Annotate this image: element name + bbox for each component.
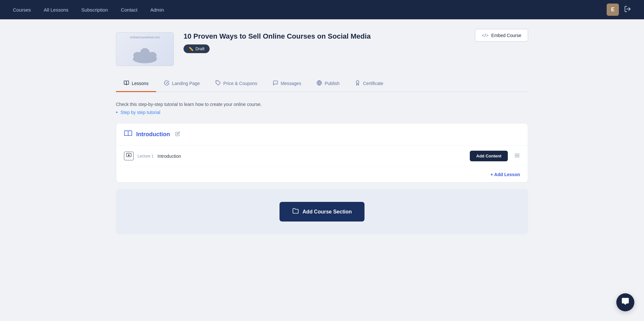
embed-code-icon: </>: [482, 33, 489, 38]
thumbnail-logo: OnlineCourseHost.com: [130, 36, 160, 39]
section-card: Introduction Lecture 1 Introduction Add …: [116, 123, 528, 183]
draft-badge: ✏️ Draft: [184, 44, 210, 53]
section-header: Introduction: [116, 123, 528, 146]
add-lesson-row: + Add Lesson: [116, 167, 528, 182]
add-section-label: Add Course Section: [303, 209, 352, 215]
chat-bubble-button[interactable]: [616, 293, 634, 311]
tab-lessons-label: Lessons: [132, 81, 148, 86]
draft-pencil-icon: ✏️: [189, 47, 194, 51]
add-course-section-button[interactable]: Add Course Section: [279, 202, 365, 222]
svg-point-4: [140, 48, 150, 58]
tab-certificate-label: Certificate: [363, 81, 383, 86]
svg-point-8: [146, 60, 148, 62]
tab-landing-page[interactable]: Landing Page: [156, 76, 207, 92]
nav-subscription[interactable]: Subscription: [81, 7, 108, 13]
lesson-name: Introduction: [157, 154, 466, 159]
edit-section-icon[interactable]: [175, 131, 180, 137]
chat-bubble-icon: [621, 297, 630, 307]
tab-price-label: Price & Coupons: [223, 81, 257, 86]
course-title: 10 Proven Ways to Sell Online Courses on…: [184, 32, 371, 41]
lesson-menu-icon[interactable]: [514, 153, 520, 160]
avatar[interactable]: E: [607, 4, 619, 16]
nav-contact[interactable]: Contact: [121, 7, 137, 13]
landing-tab-icon: [164, 80, 169, 87]
folder-icon: [292, 208, 299, 216]
tab-landing-label: Landing Page: [172, 81, 200, 86]
tab-publish[interactable]: Publish: [309, 76, 347, 92]
course-header: OnlineCourseHost.com 10 Proven Ways to S…: [116, 32, 528, 66]
nav-right: E: [607, 4, 631, 16]
svg-point-5: [138, 57, 142, 60]
nav-courses[interactable]: Courses: [13, 7, 31, 13]
bullet-icon: •: [116, 109, 118, 115]
video-play-icon: [124, 152, 134, 160]
add-section-area: Add Course Section: [116, 189, 528, 234]
embed-course-button[interactable]: </> Embed Course: [475, 29, 528, 42]
svg-point-6: [148, 57, 152, 60]
nav-links: Courses All Lessons Subscription Contact…: [13, 7, 607, 13]
add-lesson-button[interactable]: + Add Lesson: [490, 172, 520, 177]
course-thumbnail: OnlineCourseHost.com: [116, 32, 174, 66]
add-content-button[interactable]: Add Content: [470, 151, 508, 161]
svg-point-7: [142, 60, 145, 62]
tutorial-link[interactable]: Step by step tutorial: [120, 110, 160, 115]
course-info: 10 Proven Ways to Sell Online Courses on…: [184, 32, 528, 53]
tab-messages[interactable]: Messages: [265, 76, 309, 92]
section-title: Introduction: [136, 131, 170, 138]
info-box: Check this step-by-step tutorial to lear…: [116, 102, 528, 115]
tabs-bar: Lessons Landing Page Price & Coupons Mes…: [116, 76, 528, 92]
tab-certificate[interactable]: Certificate: [347, 76, 391, 92]
price-tab-icon: [215, 80, 221, 87]
tab-price-coupons[interactable]: Price & Coupons: [208, 76, 265, 92]
svg-marker-15: [128, 155, 130, 156]
logout-icon[interactable]: [624, 5, 631, 14]
lesson-row: Lecture 1 Introduction Add Content: [116, 146, 528, 167]
certificate-tab-icon: [355, 80, 360, 87]
publish-tab-icon: [317, 80, 322, 87]
lessons-tab-icon: [124, 80, 129, 87]
navbar: Courses All Lessons Subscription Contact…: [0, 0, 644, 19]
section-book-icon: [124, 130, 132, 139]
lecture-label: Lecture 1: [137, 154, 154, 158]
main-content: OnlineCourseHost.com 10 Proven Ways to S…: [97, 19, 547, 247]
tab-publish-label: Publish: [325, 81, 339, 86]
nav-all-lessons[interactable]: All Lessons: [44, 7, 69, 13]
messages-tab-icon: [273, 80, 278, 87]
tab-messages-label: Messages: [281, 81, 301, 86]
info-text: Check this step-by-step tutorial to lear…: [116, 102, 528, 107]
nav-admin[interactable]: Admin: [150, 7, 164, 13]
tab-lessons[interactable]: Lessons: [116, 76, 156, 92]
